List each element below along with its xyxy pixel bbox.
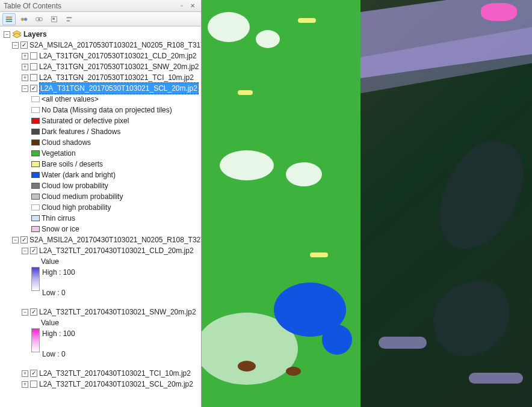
list-by-drawing-order-button[interactable]	[2, 13, 16, 25]
group-layer-name: S2A_MSIL2A_20170530T103021_N0205_R108_T3…	[29, 40, 201, 50]
class-row[interactable]: Cloud medium probability	[1, 191, 200, 202]
group-layer-name: S2A_MSIL2A_20170430T103021_N0205_R108_T3…	[29, 234, 201, 245]
class-row[interactable]: Snow or ice	[1, 224, 200, 234]
value-label: Value	[41, 317, 59, 328]
visibility-checkbox[interactable]	[20, 236, 28, 243]
layer-name: L2A_T32TLT_20170430T103021_SNW_20m.jp2	[39, 307, 196, 317]
value-label: Value	[41, 256, 59, 267]
class-swatch	[31, 96, 40, 102]
value-header: Value	[1, 317, 200, 328]
pin-icon[interactable]: ▫	[177, 2, 187, 10]
visibility-checkbox[interactable]	[30, 85, 37, 92]
list-by-visibility-button[interactable]	[32, 13, 46, 25]
svg-rect-10	[67, 20, 70, 21]
ramp-swatch	[31, 267, 40, 291]
class-label: Bare soils / deserts	[42, 159, 103, 170]
class-swatch	[31, 118, 40, 124]
svg-rect-2	[6, 20, 13, 22]
expand-icon[interactable]: +	[22, 53, 28, 60]
layers-label: Layers	[23, 29, 47, 40]
high-label: High : 100	[42, 328, 75, 339]
expand-icon[interactable]: +	[22, 381, 28, 388]
panel-title: Table Of Contents	[4, 2, 61, 10]
group-layer[interactable]: − S2A_MSIL2A_20170530T103021_N0205_R108_…	[1, 40, 200, 50]
visibility-checkbox[interactable]	[30, 370, 37, 377]
group-layer[interactable]: − S2A_MSIL2A_20170430T103021_N0205_R108_…	[1, 234, 200, 245]
class-label: Cloud low probability	[42, 180, 108, 191]
class-row[interactable]: Cloud shadows	[1, 137, 200, 148]
class-row[interactable]: Dark features / Shadows	[1, 126, 200, 137]
visibility-checkbox[interactable]	[30, 308, 37, 316]
list-by-source-button[interactable]	[17, 13, 31, 25]
class-swatch	[31, 139, 40, 145]
expand-icon[interactable]: +	[22, 64, 28, 70]
class-row[interactable]: <all other values>	[1, 94, 200, 105]
svg-rect-8	[52, 17, 55, 20]
class-swatch	[31, 150, 40, 156]
list-by-selection-button[interactable]	[48, 13, 61, 25]
class-label: Cloud medium probability	[42, 191, 123, 202]
layer-name: L2A_T31TGN_20170530T103021_SNW_20m.jp2	[39, 61, 199, 72]
class-row[interactable]: Thin cirrus	[1, 213, 200, 224]
svg-point-3	[21, 17, 24, 20]
collapse-icon[interactable]: −	[12, 237, 19, 243]
sublayer[interactable]: +L2A_T32TLT_20170430T103021_SCL_20m.jp2	[1, 379, 200, 390]
sublayer[interactable]: +L2A_T31TGN_20170530T103021_TCI_10m.jp2	[1, 72, 200, 83]
options-button[interactable]	[63, 13, 76, 25]
layer-name: L2A_T31TGN_20170530T103021_TCI_10m.jp2	[39, 72, 194, 83]
class-row[interactable]: Vegetation	[1, 148, 200, 159]
sublayer[interactable]: +L2A_T31TGN_20170530T103021_CLD_20m.jp2	[1, 50, 200, 61]
class-swatch	[31, 194, 40, 200]
ramp-swatch	[31, 328, 40, 352]
visibility-checkbox[interactable]	[20, 41, 28, 49]
layer-name: L2A_T31TGN_20170530T103021_SCL_20m.jp2	[39, 82, 199, 94]
class-row[interactable]: Cloud high probability	[1, 202, 200, 213]
close-icon[interactable]: ✕	[188, 2, 197, 10]
collapse-icon[interactable]: −	[22, 248, 28, 254]
layer-tree[interactable]: − Layers − S2A_MSIL2A_20170530T103021_N0…	[0, 26, 201, 407]
sublayer[interactable]: −L2A_T31TGN_20170530T103021_SCL_20m.jp2	[1, 83, 200, 94]
class-label: Saturated or defective pixel	[42, 115, 129, 126]
sublayer[interactable]: +L2A_T31TGN_20170530T103021_SNW_20m.jp2	[1, 61, 200, 72]
collapse-icon[interactable]: −	[22, 309, 28, 316]
value-header: Value	[1, 256, 200, 267]
layer-name: L2A_T31TGN_20170530T103021_CLD_20m.jp2	[39, 50, 197, 61]
class-swatch	[31, 215, 40, 221]
class-row[interactable]: No Data (Missing data on projected tiles…	[1, 105, 200, 115]
visibility-checkbox[interactable]	[30, 74, 37, 81]
expand-icon[interactable]: +	[22, 370, 28, 377]
layers-icon	[12, 30, 22, 38]
class-row[interactable]: Bare soils / deserts	[1, 159, 200, 170]
low-label: Low : 0	[42, 349, 75, 360]
class-swatch	[31, 172, 40, 178]
class-label: <all other values>	[42, 94, 99, 105]
class-swatch	[31, 226, 40, 232]
visibility-checkbox[interactable]	[30, 63, 37, 70]
layer-name: L2A_T32TLT_20170430T103021_SCL_20m.jp2	[39, 379, 193, 390]
collapse-icon[interactable]: −	[4, 31, 10, 38]
class-row[interactable]: Cloud low probability	[1, 180, 200, 191]
visibility-checkbox[interactable]	[30, 381, 37, 388]
visibility-checkbox[interactable]	[30, 52, 37, 60]
toc-toolbar	[0, 12, 201, 26]
class-label: Snow or ice	[42, 224, 79, 234]
expand-icon[interactable]: +	[22, 75, 28, 81]
map-view[interactable]	[202, 0, 532, 407]
sublayer[interactable]: −L2A_T32TLT_20170430T103021_SNW_20m.jp2	[1, 307, 200, 317]
collapse-icon[interactable]: −	[12, 42, 19, 49]
sublayer[interactable]: +L2A_T32TLT_20170430T103021_TCI_10m.jp2	[1, 368, 200, 379]
map-tci-tile	[360, 0, 532, 407]
class-swatch	[31, 204, 40, 210]
visibility-checkbox[interactable]	[30, 247, 37, 254]
class-row[interactable]: Saturated or defective pixel	[1, 115, 200, 126]
class-row[interactable]: Water (dark and bright)	[1, 170, 200, 180]
class-swatch	[31, 107, 40, 113]
sublayer[interactable]: −L2A_T32TLT_20170430T103021_CLD_20m.jp2	[1, 245, 200, 256]
layer-name: L2A_T32TLT_20170430T103021_CLD_20m.jp2	[39, 245, 194, 256]
collapse-icon[interactable]: −	[22, 85, 28, 92]
layers-root[interactable]: − Layers	[1, 29, 200, 40]
class-swatch	[31, 183, 40, 189]
class-label: Vegetation	[42, 148, 76, 159]
class-label: Thin cirrus	[42, 213, 75, 224]
map-scl-tile	[202, 0, 360, 407]
